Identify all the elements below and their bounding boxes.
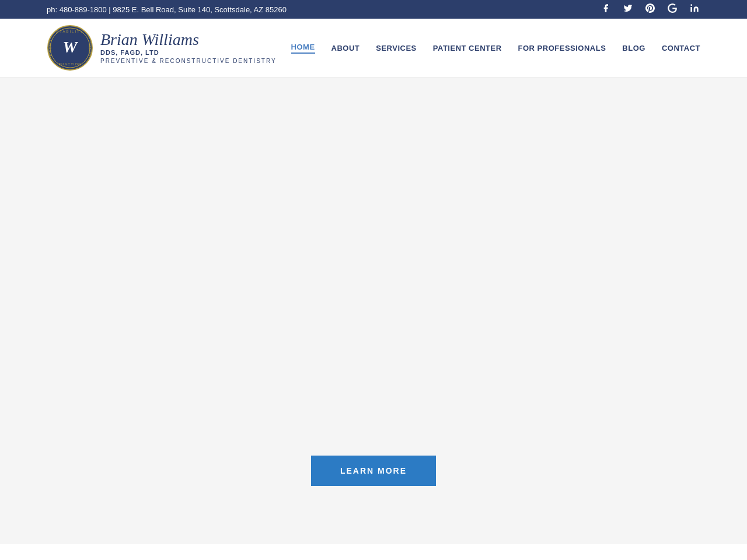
main-content: LEARN MORE xyxy=(0,78,747,544)
logo-credentials: DDS, FAGD, LTD xyxy=(100,49,277,56)
pinterest-icon[interactable] xyxy=(644,4,656,15)
svg-text:AESTHETICS: AESTHETICS xyxy=(48,40,52,58)
contact-info: ph: 480-889-1800 | 9825 E. Bell Road, Su… xyxy=(47,5,287,14)
logo-tagline: Preventive & Reconstructive Dentistry xyxy=(100,58,277,64)
svg-text:COMFORT: COMFORT xyxy=(88,41,92,56)
main-nav: HOME ABOUT SERVICES PATIENT CENTER FOR P… xyxy=(291,43,700,54)
svg-text:W: W xyxy=(63,38,79,56)
nav-item-blog[interactable]: BLOG xyxy=(622,44,645,52)
svg-point-0 xyxy=(690,4,692,6)
svg-text:STABILITY: STABILITY xyxy=(56,30,84,33)
twitter-icon[interactable] xyxy=(622,4,634,15)
facebook-icon[interactable] xyxy=(600,4,612,15)
social-links xyxy=(600,4,700,15)
svg-text:FUNCTION: FUNCTION xyxy=(59,62,82,66)
googleplus-icon[interactable] xyxy=(666,4,678,15)
linkedin-icon[interactable] xyxy=(689,4,700,15)
hero-section: LEARN MORE xyxy=(0,78,747,544)
nav-item-contact[interactable]: CONTACT xyxy=(662,44,700,52)
logo-area[interactable]: W STABILITY FUNCTION AESTHETICS COMFORT … xyxy=(47,24,277,71)
nav-item-patient-center[interactable]: PATIENT CENTER xyxy=(433,44,502,52)
nav-item-home[interactable]: HOME xyxy=(291,43,315,54)
header: W STABILITY FUNCTION AESTHETICS COMFORT … xyxy=(0,19,747,78)
logo-text: Brian Williams DDS, FAGD, LTD Preventive… xyxy=(100,32,277,64)
logo-doctor-name: Brian Williams xyxy=(100,32,277,48)
logo-badge: W STABILITY FUNCTION AESTHETICS COMFORT xyxy=(47,24,93,71)
learn-more-button[interactable]: LEARN MORE xyxy=(311,456,436,486)
top-bar: ph: 480-889-1800 | 9825 E. Bell Road, Su… xyxy=(0,0,747,19)
nav-item-for-professionals[interactable]: FOR PROFESSIONALS xyxy=(518,44,606,52)
nav-item-services[interactable]: SERVICES xyxy=(376,44,417,52)
nav-item-about[interactable]: ABOUT xyxy=(331,44,360,52)
